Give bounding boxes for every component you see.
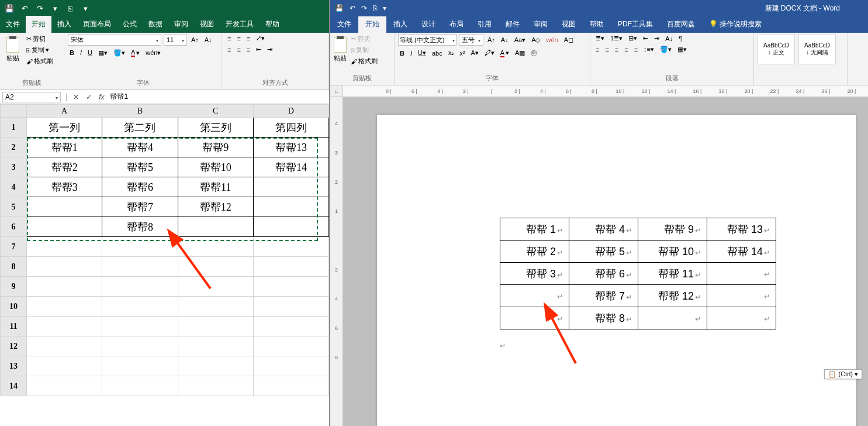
cell[interactable] (178, 376, 253, 396)
row-header[interactable]: 1 (1, 118, 27, 138)
row-header[interactable]: 12 (1, 336, 27, 356)
qat-custom-icon[interactable]: ⎘ (373, 4, 377, 12)
row-header[interactable]: 10 (1, 297, 27, 317)
numbering-icon[interactable]: 1≣▾ (608, 34, 624, 43)
tab-pdf[interactable]: PDF工具集 (611, 16, 660, 33)
tab-layout[interactable]: 布局 (442, 16, 471, 33)
tab-home[interactable]: 开始 (26, 16, 51, 33)
tab-insert[interactable]: 插入 (51, 16, 77, 33)
horizontal-ruler[interactable]: 8 |6 |4 |2 | |2 |4 |6 |8 |10 |12 |14 |16… (343, 88, 868, 94)
word-cell[interactable]: 帮帮 12↵ (638, 285, 707, 307)
char-shading-icon[interactable]: A▩ (513, 49, 527, 57)
inc-indent-icon[interactable]: ⇥ (652, 34, 661, 43)
text-effects-icon[interactable]: A▾ (469, 49, 480, 57)
align-left-icon[interactable]: ≡ (226, 46, 233, 54)
italic-button[interactable]: I (78, 49, 84, 57)
copy-button[interactable]: ⎘ 复制 ▾ (25, 45, 55, 55)
font-name-select[interactable]: 宋体 (68, 34, 161, 46)
style-normal[interactable]: AaBbCcD ↓ 正文 (758, 34, 795, 64)
col-header[interactable]: A (27, 105, 102, 118)
word-cell[interactable]: 帮帮 14↵ (707, 241, 776, 263)
cell[interactable] (27, 257, 102, 277)
redo-icon[interactable]: ↷ (35, 4, 44, 13)
redo-icon[interactable]: ↷ (361, 4, 367, 12)
tab-layout[interactable]: 页面布局 (77, 16, 117, 33)
format-painter-button[interactable]: 🖌 格式刷 (349, 56, 379, 66)
qat-custom-icon[interactable]: ⎘ (65, 4, 75, 13)
copy-button[interactable]: ⎘ 复制 (349, 45, 379, 55)
distribute-icon[interactable]: ≡ (632, 46, 639, 54)
row-header[interactable]: 8 (1, 257, 27, 277)
cell[interactable] (102, 317, 178, 336)
enclose-char-icon[interactable]: ㊥ (529, 48, 539, 58)
strike-button[interactable]: abc (430, 49, 444, 57)
tab-file[interactable]: 文件 (330, 16, 358, 33)
tab-references[interactable]: 引用 (471, 16, 499, 33)
tab-developer[interactable]: 开发工具 (220, 16, 260, 33)
paste-button[interactable]: 粘贴 (4, 37, 22, 63)
row-header[interactable]: 6 (1, 217, 27, 237)
paste-options-chip[interactable]: 📋 (Ctrl) ▾ (824, 369, 863, 379)
tab-review[interactable]: 审阅 (527, 16, 555, 33)
font-size-select[interactable]: 五号 (459, 34, 483, 46)
row-header[interactable]: 11 (1, 317, 27, 336)
qat-dropdown-icon[interactable]: ▾ (81, 4, 90, 13)
word-cell[interactable]: 帮帮 2↵ (500, 241, 569, 263)
subscript-icon[interactable]: x₂ (447, 49, 456, 57)
shading-icon[interactable]: 🪣▾ (658, 45, 673, 54)
word-cell[interactable]: 帮帮 9↵ (638, 218, 707, 241)
word-cell[interactable]: ↵ (707, 285, 776, 307)
font-color-button[interactable]: A▾ (129, 48, 141, 57)
cell[interactable] (178, 356, 253, 376)
tell-me-search[interactable]: 💡 操作说明搜索 (702, 16, 769, 33)
font-size-select[interactable]: 11 (164, 34, 187, 46)
tab-mailings[interactable]: 邮件 (499, 16, 527, 33)
cell[interactable] (27, 297, 102, 317)
cell[interactable] (102, 257, 178, 277)
underline-button[interactable]: U (86, 49, 94, 57)
tab-insert[interactable]: 插入 (386, 16, 414, 33)
cancel-icon[interactable]: ✕ (70, 93, 82, 101)
row-header[interactable]: 4 (1, 177, 27, 197)
cell[interactable] (27, 356, 102, 376)
sort-icon[interactable]: A↓ (663, 35, 675, 43)
tab-design[interactable]: 设计 (414, 16, 442, 33)
orientation-icon[interactable]: ⤢▾ (254, 34, 267, 43)
word-cell[interactable]: 帮帮 3↵ (500, 263, 569, 285)
superscript-icon[interactable]: x² (458, 49, 466, 57)
align-mid-icon[interactable]: ≡ (235, 35, 242, 43)
change-case-icon[interactable]: Aa▾ (513, 36, 527, 44)
cell[interactable] (178, 317, 253, 336)
cell[interactable] (253, 356, 328, 376)
word-cell[interactable]: 帮帮 1↵ (500, 218, 569, 241)
tab-formulas[interactable]: 公式 (117, 16, 143, 33)
borders-icon[interactable]: ▦▾ (676, 45, 689, 54)
showmarks-icon[interactable]: ¶ (677, 35, 684, 43)
cell[interactable] (253, 376, 328, 396)
tab-data[interactable]: 数据 (143, 16, 168, 33)
cell[interactable] (253, 317, 328, 336)
cell[interactable] (27, 376, 102, 396)
row-header[interactable]: 13 (1, 356, 27, 376)
format-painter-button[interactable]: 🖌 格式刷 (25, 56, 55, 66)
cell[interactable] (253, 277, 328, 297)
row-header[interactable]: 3 (1, 157, 27, 177)
row-header[interactable]: 5 (1, 197, 27, 217)
align-center-icon[interactable]: ≡ (235, 46, 242, 54)
word-cell[interactable]: ↵ (707, 263, 776, 285)
font-name-select[interactable]: 等线 (中文正文) (398, 34, 457, 46)
cell[interactable]: 第二列 (102, 118, 178, 138)
col-header[interactable]: B (102, 105, 178, 118)
bullets-icon[interactable]: ≣▾ (594, 34, 606, 43)
phonetic-icon[interactable]: wén (545, 36, 560, 44)
cell[interactable]: 第一列 (27, 118, 102, 138)
grow-font-icon[interactable]: A↑ (486, 36, 497, 44)
tab-home[interactable]: 开始 (358, 16, 386, 33)
cut-button[interactable]: ✂ 剪切 (25, 34, 55, 44)
word-cell[interactable]: 帮帮 13↵ (707, 218, 776, 241)
indent-inc-icon[interactable]: ⇥ (265, 45, 274, 54)
undo-icon[interactable]: ↶ (20, 4, 29, 13)
cell[interactable] (102, 356, 178, 376)
word-cell[interactable]: 帮帮 4↵ (569, 218, 638, 241)
cell[interactable] (178, 336, 253, 356)
